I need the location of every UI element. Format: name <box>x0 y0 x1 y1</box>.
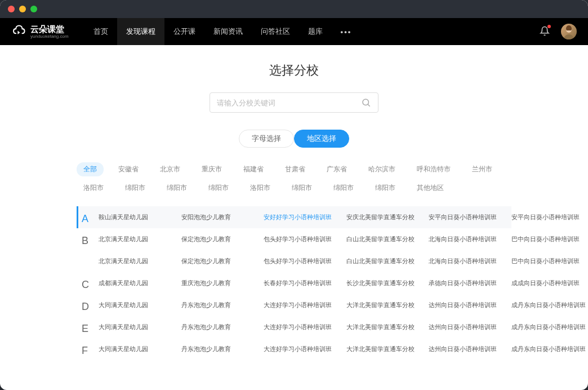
school-link[interactable]: 成成向日葵小语种培训班 <box>511 279 588 287</box>
school-link[interactable]: 大连好学习小语种培训班 <box>264 323 346 331</box>
region-filter[interactable]: 其他地区 <box>410 181 451 195</box>
school-rows: 大同满天星幼儿园丹东泡泡少儿教育大连好学习小语种培训班大洋北美留学直通车分校达州… <box>99 338 511 360</box>
school-link[interactable]: 北京满天星幼儿园 <box>99 257 181 265</box>
school-link[interactable]: 北海向日葵小语种培训班 <box>429 257 511 265</box>
top-navigation: 云朵课堂 yunduoketang.com 首页发现课程公开课新闻资讯问答社区题… <box>0 18 588 45</box>
region-filter[interactable]: 洛阳市 <box>243 181 277 195</box>
school-rows: 北京满天星幼儿园保定泡泡少儿教育包头好学习小语种培训班白山北美留学直通车分校北海… <box>99 228 511 272</box>
letter-label: D <box>78 294 99 316</box>
region-filter[interactable]: 广东省 <box>320 162 354 176</box>
school-link[interactable]: 达州向日葵小语种培训班 <box>429 301 511 309</box>
school-link[interactable]: 鞍山满天星幼儿园 <box>99 213 181 221</box>
school-link[interactable]: 白山北美留学直通车分校 <box>346 257 429 265</box>
region-filter[interactable]: 呼和浩特市 <box>410 162 457 176</box>
school-link[interactable]: 达州向日葵小语种培训班 <box>429 323 511 331</box>
school-link[interactable]: 成丹东向日葵小语种培训班 <box>511 301 588 309</box>
nav-item-2[interactable]: 公开课 <box>164 18 204 45</box>
letter-label: C <box>78 272 99 294</box>
school-link[interactable]: 安好好学习小语种培训班 <box>264 213 346 221</box>
letter-label: A <box>78 206 99 228</box>
school-link[interactable]: 巴中向日葵小语种培训班 <box>511 257 588 265</box>
school-link[interactable]: 安平向日葵小语种培训班 <box>511 213 588 221</box>
school-link[interactable]: 白山北美留学直通车分校 <box>346 235 429 243</box>
school-link[interactable]: 巴中向日葵小语种培训班 <box>511 235 588 243</box>
school-link[interactable]: 北京满天星幼儿园 <box>99 235 181 243</box>
window-maximize-button[interactable] <box>30 6 37 12</box>
region-filter[interactable]: 北京市 <box>153 162 187 176</box>
school-link[interactable]: 包头好学习小语种培训班 <box>264 235 346 243</box>
region-filter[interactable]: 全部 <box>77 162 104 176</box>
school-link[interactable]: 大同满天星幼儿园 <box>99 345 181 353</box>
region-filter[interactable]: 安徽省 <box>112 162 145 176</box>
nav-item-1[interactable]: 发现课程 <box>117 18 164 45</box>
nav-item-4[interactable]: 问答社区 <box>252 18 299 45</box>
school-link[interactable]: 大同满天星幼儿园 <box>99 323 181 331</box>
school-link[interactable]: 达州向日葵小语种培训班 <box>429 345 511 353</box>
tab-letter-select[interactable]: 字母选择 <box>239 130 294 148</box>
region-filter[interactable]: 福建省 <box>237 162 270 176</box>
school-link[interactable]: 保定泡泡少儿教育 <box>181 235 264 243</box>
school-link[interactable]: 成丹东向日葵小语种培训班 <box>511 323 588 331</box>
region-filter[interactable]: 重庆市 <box>195 162 229 176</box>
window-close-button[interactable] <box>8 6 15 12</box>
logo-subtitle: yunduoketang.com <box>30 34 69 39</box>
region-filter[interactable]: 绵阳市 <box>202 181 235 195</box>
school-link[interactable]: 重庆泡泡少儿教育 <box>181 279 264 287</box>
nav-item-0[interactable]: 首页 <box>84 18 117 45</box>
nav-more-button[interactable]: ••• <box>332 18 361 45</box>
school-link[interactable]: 安阳泡泡少儿教育 <box>181 213 264 221</box>
notification-dot <box>547 25 551 28</box>
school-link[interactable]: 北海向日葵小语种培训班 <box>429 235 511 243</box>
logo[interactable]: 云朵课堂 yunduoketang.com <box>11 24 69 39</box>
school-row: 成都满天星幼儿园重庆泡泡少儿教育长春好学习小语种培训班长沙北美留学直通车分校承德… <box>99 272 511 294</box>
letter-section-F: F大同满天星幼儿园丹东泡泡少儿教育大连好学习小语种培训班大洋北美留学直通车分校达… <box>77 338 511 360</box>
region-filter[interactable]: 绵阳市 <box>160 181 194 195</box>
avatar-icon <box>561 24 577 39</box>
school-link[interactable]: 安平向日葵小语种培训班 <box>429 213 511 221</box>
selection-tabs: 字母选择 地区选择 <box>23 130 565 148</box>
letter-label: B <box>78 228 99 272</box>
letter-label: E <box>78 316 99 338</box>
school-link[interactable]: 大连好学习小语种培训班 <box>264 301 346 309</box>
school-link[interactable]: 成都满天星幼儿园 <box>99 279 181 287</box>
user-avatar[interactable] <box>561 24 577 39</box>
school-link[interactable]: 大同满天星幼儿园 <box>99 301 181 309</box>
school-link[interactable]: 保定泡泡少儿教育 <box>181 257 264 265</box>
app-window: 云朵课堂 yunduoketang.com 首页发现课程公开课新闻资讯问答社区题… <box>0 0 588 390</box>
nav-item-3[interactable]: 新闻资讯 <box>204 18 252 45</box>
letter-section-D: D大同满天星幼儿园丹东泡泡少儿教育大连好学习小语种培训班大洋北美留学直通车分校达… <box>77 294 511 316</box>
region-filter[interactable]: 哈尔滨市 <box>362 162 402 176</box>
school-link[interactable]: 大洋北美留学直通车分校 <box>346 345 429 353</box>
region-filter[interactable]: 绵阳市 <box>327 181 360 195</box>
region-filter[interactable]: 绵阳市 <box>368 181 402 195</box>
school-link[interactable]: 丹东泡泡少儿教育 <box>181 301 264 309</box>
school-link[interactable]: 长春好学习小语种培训班 <box>264 279 346 287</box>
nav-items: 首页发现课程公开课新闻资讯问答社区题库••• <box>84 18 361 45</box>
school-link[interactable]: 长沙北美留学直通车分校 <box>346 279 429 287</box>
school-link[interactable]: 承德向日葵小语种培训班 <box>429 279 511 287</box>
school-link[interactable]: 丹东泡泡少儿教育 <box>181 345 264 353</box>
search-input[interactable] <box>217 99 361 107</box>
region-filter[interactable]: 绵阳市 <box>118 181 152 195</box>
nav-item-5[interactable]: 题库 <box>299 18 332 45</box>
school-link[interactable]: 成丹东向日葵小语种培训班 <box>511 345 588 353</box>
school-link[interactable]: 包头好学习小语种培训班 <box>264 257 346 265</box>
school-rows: 大同满天星幼儿园丹东泡泡少儿教育大连好学习小语种培训班大洋北美留学直通车分校达州… <box>99 294 511 316</box>
school-link[interactable]: 大洋北美留学直通车分校 <box>346 301 429 309</box>
school-link[interactable]: 安庆北美留学直通车分校 <box>346 213 429 221</box>
nav-right <box>540 24 577 39</box>
notifications-button[interactable] <box>540 26 550 38</box>
school-link[interactable]: 丹东泡泡少儿教育 <box>181 323 264 331</box>
region-filter[interactable]: 洛阳市 <box>77 181 110 195</box>
search-icon[interactable] <box>361 98 371 108</box>
main-content: 选择分校 字母选择 地区选择 全部安徽省北京市重庆市福建省甘肃省广东省哈尔滨市呼… <box>0 45 588 390</box>
cloud-logo-icon <box>11 24 26 39</box>
school-sections: A鞍山满天星幼儿园安阳泡泡少儿教育安好好学习小语种培训班安庆北美留学直通车分校安… <box>23 206 565 360</box>
region-filter[interactable]: 甘肃省 <box>278 162 312 176</box>
region-filter[interactable]: 兰州市 <box>465 162 499 176</box>
school-link[interactable]: 大连好学习小语种培训班 <box>264 345 346 353</box>
tab-region-select[interactable]: 地区选择 <box>294 130 349 148</box>
region-filter[interactable]: 绵阳市 <box>285 181 319 195</box>
school-link[interactable]: 大洋北美留学直通车分校 <box>346 323 429 331</box>
window-minimize-button[interactable] <box>19 6 26 12</box>
